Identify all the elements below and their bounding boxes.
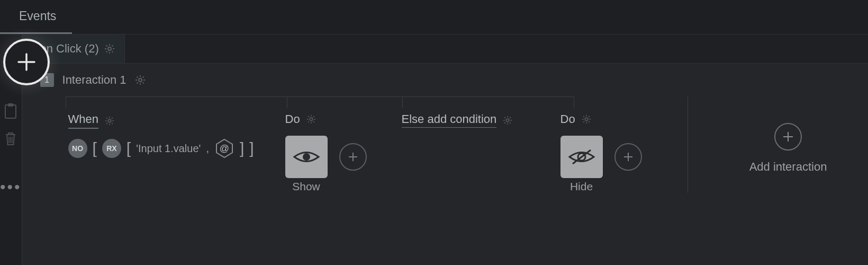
eye-off-icon	[568, 148, 595, 166]
tab-events[interactable]: Events	[0, 0, 72, 34]
svg-rect-1	[8, 103, 13, 107]
svg-point-8	[303, 153, 310, 161]
add-action-button[interactable]	[339, 143, 367, 171]
event-bar: on Click (2)	[22, 34, 868, 64]
gear-icon[interactable]	[135, 75, 146, 85]
when-label[interactable]: When	[68, 112, 98, 129]
tab-strip: Events	[0, 0, 868, 34]
clipboard-icon[interactable]	[4, 103, 17, 119]
do-label: Do	[560, 112, 575, 126]
bracket-close: ]	[240, 139, 244, 157]
gear-icon[interactable]	[582, 114, 591, 124]
gear-icon[interactable]	[104, 43, 115, 54]
interaction-header: 1 Interaction 1	[22, 64, 868, 96]
action-hide-tile[interactable]	[560, 136, 603, 178]
svg-point-3	[139, 78, 142, 82]
add-interaction-label: Add interaction	[749, 160, 827, 174]
gear-icon[interactable]	[105, 116, 114, 126]
eye-icon	[293, 148, 320, 166]
plus-icon	[347, 151, 359, 163]
action-show-tile[interactable]	[285, 136, 328, 178]
condition-expression[interactable]: NO [ RX [ 'Input 1.value' , @ ] ]	[68, 138, 291, 158]
svg-point-7	[310, 118, 312, 120]
else-add-condition[interactable]: Else add condition	[402, 112, 497, 128]
action-show-label: Show	[285, 180, 328, 193]
gear-icon[interactable]	[503, 116, 512, 125]
svg-point-9	[507, 119, 509, 121]
event-tab-label: on Click (2)	[40, 42, 99, 56]
bracket-open: [	[126, 139, 131, 157]
plus-icon	[622, 151, 635, 163]
rule-area: When NO [ RX [ 'Input 1.value' ,	[22, 96, 688, 193]
svg-text:@: @	[220, 143, 229, 154]
action-hide-label: Hide	[560, 180, 603, 193]
more-icon[interactable]: •••	[0, 178, 22, 196]
add-interaction-button[interactable]	[774, 123, 802, 151]
svg-point-4	[108, 119, 111, 122]
svg-rect-0	[5, 105, 16, 118]
plus-icon	[781, 130, 795, 144]
add-action-button[interactable]	[614, 143, 642, 171]
interaction-title[interactable]: Interaction 1	[62, 73, 126, 87]
at-token[interactable]: @	[214, 138, 234, 158]
pill-no[interactable]: NO	[68, 139, 87, 158]
add-event-button[interactable]	[3, 39, 50, 85]
pill-rx[interactable]: RX	[102, 139, 121, 158]
svg-point-2	[108, 47, 111, 50]
do-label: Do	[285, 112, 300, 126]
bracket-open: [	[93, 139, 97, 157]
bracket-close: ]	[249, 139, 254, 157]
comma: ,	[206, 143, 209, 155]
condition-text: 'Input 1.value'	[136, 143, 201, 155]
gear-icon[interactable]	[306, 114, 316, 124]
svg-point-10	[585, 118, 587, 120]
trash-icon[interactable]	[4, 131, 17, 147]
left-rail: •••	[0, 34, 22, 265]
tab-events-label: Events	[19, 9, 56, 23]
add-interaction-pane: Add interaction	[688, 96, 868, 193]
plus-icon	[16, 52, 37, 72]
